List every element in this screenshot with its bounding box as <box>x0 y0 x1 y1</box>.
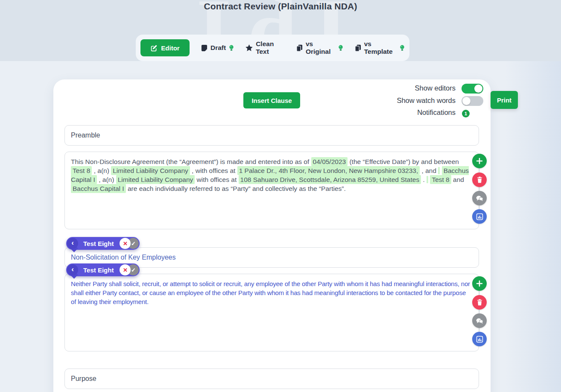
tab-draft[interactable]: Draft <box>201 44 234 52</box>
show-editors-label: Show editors <box>415 84 456 92</box>
analytics-button[interactable] <box>472 332 487 346</box>
section-title: Non-Solicitation of Key Employees <box>71 254 175 261</box>
copy-icon <box>296 44 303 52</box>
insert-clause-button[interactable]: Insert Clause <box>243 92 300 108</box>
delete-clause-button[interactable] <box>472 295 487 310</box>
tab-clean-text-label: Clean Text <box>256 40 285 56</box>
lightbulb-icon <box>338 45 343 51</box>
editor-presence-badge: ‹ Test Eight ✕ ✓ <box>66 263 140 276</box>
tab-editor-label: Editor <box>161 44 179 52</box>
tab-vs-template-label: vs Template <box>364 40 397 56</box>
tab-vs-original-label: vs Original <box>306 40 335 56</box>
tab-vs-original[interactable]: vs Original <box>296 40 343 56</box>
document-icon <box>201 44 207 52</box>
chat-icon <box>476 317 483 324</box>
section-title: Purpose <box>71 375 96 383</box>
lightbulb-icon <box>229 45 234 51</box>
tab-draft-label: Draft <box>210 44 226 52</box>
show-editors-toggle[interactable] <box>462 84 483 94</box>
notifications-label: Notifications <box>417 108 456 117</box>
trash-icon <box>476 176 483 183</box>
section-body-non-solicitation[interactable]: Neither Party shall solicit, recruit, or… <box>64 274 479 351</box>
lightbulb-icon <box>400 45 405 51</box>
show-watch-words-toggle[interactable] <box>462 96 483 106</box>
chat-icon <box>476 195 483 202</box>
star-icon <box>245 44 253 51</box>
analytics-button[interactable] <box>472 209 487 224</box>
comments-button[interactable] <box>472 191 487 205</box>
notifications-badge[interactable]: 1 <box>462 110 470 117</box>
print-button[interactable]: Print <box>491 91 518 109</box>
contract-card: Insert Clause Show editors Show watch wo… <box>53 79 491 392</box>
toggle-knob <box>462 97 470 105</box>
section-header-preamble[interactable]: Preamble <box>64 125 479 146</box>
copy-icon <box>355 44 361 52</box>
section-header-purpose[interactable]: Purpose <box>64 369 479 389</box>
show-watch-words-label: Show watch words <box>397 97 456 105</box>
view-tabbar: Editor Draft Clean Text vs Original vs T… <box>136 35 409 61</box>
toggle-knob <box>474 85 482 93</box>
section-title: Preamble <box>71 132 100 139</box>
trash-icon <box>476 299 483 306</box>
add-clause-button[interactable] <box>472 276 487 291</box>
section-body-preamble[interactable]: This Non-Disclosure Agreement (the “Agre… <box>64 152 479 229</box>
bar-chart-icon <box>476 213 483 220</box>
editor-presence-badge: ‹ Test Eight ✕ ✓ <box>66 237 140 250</box>
edit-icon <box>150 44 158 52</box>
delete-clause-button[interactable] <box>472 173 487 187</box>
bar-chart-icon <box>476 336 483 343</box>
tab-vs-template[interactable]: vs Template <box>355 40 405 56</box>
add-clause-button[interactable] <box>472 154 487 168</box>
comments-button[interactable] <box>472 313 487 328</box>
editor-name: Test Eight <box>78 240 120 247</box>
action-rail-connector <box>479 161 480 216</box>
chevron-left-icon[interactable]: ‹ <box>67 264 78 275</box>
editor-name: Test Eight <box>78 266 120 274</box>
action-rail-connector <box>479 284 480 339</box>
tab-clean-text[interactable]: Clean Text <box>245 40 285 56</box>
chevron-left-icon[interactable]: ‹ <box>67 238 78 249</box>
tab-editor[interactable]: Editor <box>140 39 190 56</box>
page-title: Contract Review (PlainVanilla NDA) <box>0 1 561 12</box>
